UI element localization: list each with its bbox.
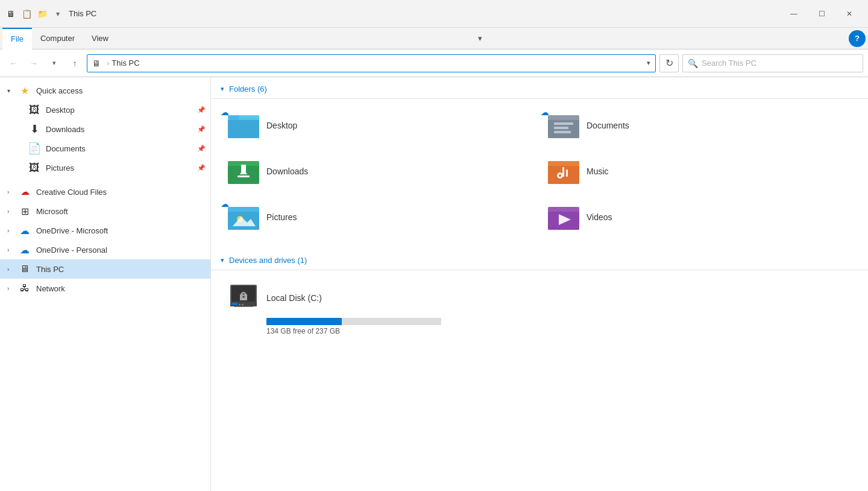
folder-item-music[interactable]: Music: [541, 150, 858, 193]
folder-item-videos[interactable]: Videos: [541, 195, 858, 239]
svg-rect-41: [242, 304, 244, 305]
sidebar-item-quick-access[interactable]: ▾ ★ Quick access: [0, 81, 210, 100]
drive-bar-bg: [266, 318, 441, 325]
maximize-button[interactable]: ☐: [808, 4, 835, 24]
sidebar-item-network[interactable]: › 🖧 Network: [0, 279, 210, 298]
sidebar-cc-label: Creative Cloud Files: [36, 188, 206, 197]
expand-icon-quick-access: ▾: [7, 87, 18, 94]
star-icon: ★: [18, 85, 31, 97]
pin-icon-desktop: 📌: [197, 106, 206, 114]
this-pc-icon: 🖥: [18, 264, 31, 274]
svg-rect-30: [550, 207, 559, 212]
svg-rect-18: [550, 161, 559, 166]
sidebar-item-onedrive-personal[interactable]: › ☁ OneDrive - Personal: [0, 240, 210, 259]
sidebar-item-pictures[interactable]: 🖼 Pictures 📌: [0, 158, 210, 177]
music-icon-wrap: [548, 156, 579, 187]
drives-section-header[interactable]: ▾ Devices and drives (1): [211, 249, 868, 270]
sidebar-onedrive-personal-label: OneDrive - Personal: [36, 246, 206, 255]
onedrive-personal-icon: ☁: [18, 244, 31, 256]
sidebar-item-desktop[interactable]: 🖼 Desktop 📌: [0, 100, 210, 119]
ribbon-dropdown[interactable]: ▾: [478, 34, 482, 43]
address-dropdown-btn[interactable]: ▾: [647, 59, 650, 67]
tab-view[interactable]: View: [83, 28, 117, 49]
folder-item-pictures[interactable]: ☁ Pictures: [221, 195, 538, 239]
svg-rect-15: [237, 176, 250, 177]
sidebar-item-creative-cloud[interactable]: › ☁ Creative Cloud Files: [0, 182, 210, 201]
svg-rect-21: [562, 167, 564, 177]
svg-point-20: [559, 174, 561, 177]
sidebar-downloads-label: Downloads: [46, 125, 195, 134]
quick-access-label: Quick access: [36, 86, 206, 95]
cloud-badge-documents: ☁: [541, 107, 549, 117]
app-icon-small: 🖥: [5, 8, 17, 20]
svg-rect-12: [230, 161, 239, 166]
sidebar-pictures-label: Pictures: [46, 163, 195, 173]
microsoft-icon: ⊞: [18, 206, 31, 217]
svg-rect-22: [566, 169, 568, 177]
folder-item-downloads[interactable]: Downloads: [221, 150, 538, 193]
sidebar-item-onedrive-ms[interactable]: › ☁ OneDrive - Microsoft: [0, 221, 210, 240]
search-icon: 🔍: [688, 59, 698, 68]
pin-icon-downloads: 📌: [197, 125, 206, 133]
expand-icon-network: ›: [7, 285, 18, 292]
dropdown-recent-button[interactable]: ▾: [46, 55, 63, 72]
folder-icon-small: 📁: [36, 8, 48, 20]
svg-rect-40: [239, 304, 241, 305]
pictures-folder-icon: 🖼: [28, 162, 41, 174]
drives-divider: [211, 270, 868, 270]
drives-grid: Local Disk (C:) 134 GB free of 237 GB: [211, 275, 868, 351]
expand-icon-od-per: ›: [7, 247, 18, 253]
quick-access-icon: 📋: [20, 8, 33, 20]
pin-icon-title: ▾: [52, 8, 64, 20]
pin-icon-documents: 📌: [197, 145, 206, 153]
downloads-folder-name: Downloads: [266, 166, 308, 176]
desktop-folder-icon: 🖼: [28, 104, 41, 116]
window-title: This PC: [69, 9, 96, 18]
refresh-button[interactable]: ↻: [659, 54, 679, 72]
sidebar-item-this-pc[interactable]: › 🖥 This PC: [0, 259, 210, 279]
sidebar-item-documents[interactable]: 📄 Documents 📌: [0, 139, 210, 158]
tab-computer[interactable]: Computer: [32, 28, 83, 49]
pictures-folder-svg: [228, 203, 259, 231]
expand-icon-ms: ›: [7, 208, 18, 215]
svg-rect-25: [230, 207, 239, 212]
folder-item-documents[interactable]: ☁ Documents: [541, 104, 858, 147]
search-bar[interactable]: 🔍 Search This PC: [682, 54, 863, 72]
minimize-button[interactable]: —: [780, 4, 808, 24]
address-bar[interactable]: 🖥 › This PC ▾: [87, 54, 656, 72]
desktop-icon-wrap: ☁: [228, 110, 259, 141]
documents-folder-svg: [548, 112, 579, 139]
sidebar-item-downloads[interactable]: ⬇ Downloads 📌: [0, 119, 210, 139]
drive-icon: [228, 281, 259, 314]
drive-free-label: 134 GB free of 237 GB: [266, 327, 467, 335]
downloads-folder-icon: ⬇: [28, 122, 41, 136]
forward-button[interactable]: →: [25, 55, 42, 72]
expand-icon-this-pc: ›: [7, 266, 18, 273]
drives-label: Devices and drives (1): [229, 256, 307, 265]
folders-section-header[interactable]: ▾ Folders (6): [211, 77, 868, 98]
tab-file[interactable]: File: [2, 28, 32, 49]
folders-divider: [211, 98, 868, 99]
sidebar: ▾ ★ Quick access 🖼 Desktop 📌 ⬇ Downloads…: [0, 77, 211, 491]
videos-folder-name: Videos: [587, 212, 612, 222]
pictures-icon-wrap: ☁: [228, 201, 259, 233]
pictures-folder-name: Pictures: [266, 212, 297, 222]
window-controls: — ☐ ✕: [780, 4, 863, 24]
desktop-folder-name: Desktop: [266, 121, 297, 130]
downloads-icon-wrap: [228, 156, 259, 187]
title-bar: 🖥 📋 📁 ▾ This PC — ☐ ✕: [0, 0, 868, 28]
up-button[interactable]: ↑: [66, 55, 83, 72]
drive-bar-fill: [266, 318, 342, 325]
folder-item-desktop[interactable]: ☁ Desktop: [221, 104, 538, 147]
drive-item-c[interactable]: Local Disk (C:) 134 GB free of 237 GB: [221, 275, 474, 341]
sidebar-microsoft-label: Microsoft: [36, 207, 206, 216]
close-button[interactable]: ✕: [835, 4, 863, 24]
svg-rect-2: [228, 120, 259, 138]
sidebar-network-label: Network: [36, 284, 206, 293]
sidebar-item-microsoft[interactable]: › ⊞ Microsoft: [0, 201, 210, 221]
help-button[interactable]: ?: [849, 30, 866, 47]
videos-icon-wrap: [548, 201, 579, 233]
expand-icon-cc: ›: [7, 189, 18, 195]
title-bar-icons: 🖥 📋 📁 ▾: [5, 8, 64, 20]
back-button[interactable]: ←: [5, 55, 22, 72]
